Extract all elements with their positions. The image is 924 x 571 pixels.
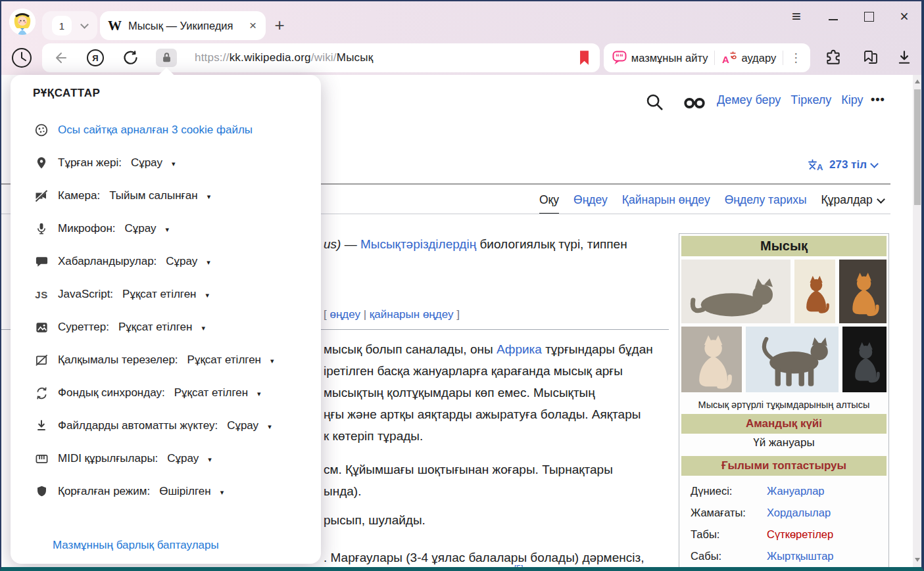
browser-window: 1 W Мысық — Уикипедия × + ≡ × (0, 0, 924, 571)
article-tabs: Оқу Өңдеу Қайнарын өңдеу Өңделу тарихы Қ… (539, 193, 884, 214)
profile-avatar[interactable] (9, 9, 36, 35)
cat-infobox: Мысық Мысық әртүрлі тұқымдарының алтысы … (679, 233, 889, 567)
order-link[interactable]: Жыртқыштар (767, 550, 834, 562)
url-text[interactable]: https://kk.wikipedia.org/wiki/Мысық (195, 51, 373, 64)
tab-close-icon[interactable]: × (248, 18, 258, 33)
translate-button[interactable]: А аудару (721, 51, 776, 65)
cat-photo-tabby-lying[interactable] (681, 260, 790, 323)
taxonomy-row: Жамағаты: Хордалылар (681, 502, 887, 524)
permission-item-popups[interactable]: Қалқымалы терезелер: Рұқсат етілген ▾ (11, 344, 321, 377)
url-host: kk.wikipedia.org (230, 51, 311, 64)
svg-text:““: ““ (616, 53, 623, 62)
dropdown-caret-icon: ▾ (207, 193, 211, 201)
permission-item-background-sync[interactable]: Фондық синхрондау: Рұқсат етілген ▾ (11, 377, 321, 409)
scroll-down-arrow-icon[interactable] (915, 558, 920, 562)
phylum-link[interactable]: Хордалылар (767, 507, 831, 519)
kingdom-link[interactable]: Жануарлар (767, 485, 825, 497)
yandex-button-icon[interactable]: Я (86, 49, 105, 67)
tab-read[interactable]: Оқу (539, 193, 559, 214)
location-icon (33, 155, 50, 171)
tab-title: Мысық — Уикипедия (128, 20, 241, 32)
cat-photo-gray[interactable] (842, 327, 887, 392)
login-link[interactable]: Кіру (841, 93, 863, 107)
address-bar[interactable]: Я https://kk.wikipedia.org/wiki/Мысық (42, 43, 600, 72)
reference-link[interactable]: [5] (514, 564, 523, 567)
window-menu-button[interactable]: ≡ (785, 7, 808, 26)
svg-text:A: A (817, 162, 823, 171)
permission-item-location[interactable]: Тұрған жері: Сұрау ▾ (11, 147, 321, 179)
auto-download-icon (33, 418, 50, 434)
wikipedia-favicon: W (108, 18, 122, 34)
dropdown-caret-icon: ▾ (207, 258, 210, 267)
window-maximize-button[interactable] (858, 7, 880, 26)
permission-item-auto-download[interactable]: Файлдарды автоматты жүктеу: Сұрау ▾ (11, 409, 321, 442)
permission-item-camera[interactable]: Камера: Тыйым салынған ▾ (11, 179, 321, 212)
article-line: мысықтың қолтұқымдары көп емес. Мысықтың (324, 386, 595, 400)
collections-button[interactable] (860, 47, 879, 67)
tab-history[interactable]: Өңделу тарихы (725, 193, 807, 213)
tab-tools[interactable]: Құралдар (821, 193, 884, 213)
edit-source-section-link[interactable]: қайнарын өңдеу (370, 308, 454, 321)
background-sync-icon (33, 385, 50, 401)
permission-item-javascript[interactable]: JS JavaScript: Рұқсат етілген ▾ (11, 278, 321, 311)
url-page: Мысық (337, 51, 374, 64)
felidae-link[interactable]: Мысықтәрізділердің (360, 237, 476, 251)
bookmark-button[interactable] (579, 51, 589, 68)
permission-item-notifications[interactable]: Хабарландырулар: Сұрау ▾ (11, 245, 321, 278)
new-tab-button[interactable]: + (268, 12, 291, 38)
language-selector[interactable]: A 273 тіл (808, 158, 877, 171)
all-content-settings-link[interactable]: Мазмұнның барлық баптаулары (53, 539, 219, 551)
chevron-down-icon (877, 195, 885, 204)
javascript-icon: JS (33, 286, 50, 302)
scrollbar-thumb[interactable] (914, 89, 921, 205)
back-icon[interactable] (53, 50, 68, 66)
more-tools-icon[interactable]: ⋮ (790, 52, 802, 64)
active-tab[interactable]: W Мысық — Уикипедия × (100, 11, 266, 40)
more-options-icon[interactable]: ••• (871, 93, 885, 106)
window-minimize-button[interactable] (822, 7, 844, 26)
class-redlink[interactable]: Сүткөретілер (767, 528, 833, 541)
translate-label: аудару (741, 52, 776, 64)
chevron-down-icon (80, 20, 89, 29)
donate-link[interactable]: Демеу беру (717, 93, 781, 107)
cookies-link[interactable]: Осы сайтқа арналған 3 cookie файлы (58, 124, 253, 137)
permission-item-protected-mode[interactable]: Қорғалған режим: Өшірілген ▾ (11, 475, 321, 508)
permission-item-images[interactable]: Суреттер: Рұқсат етілген ▾ (11, 311, 321, 344)
tab-edit-source[interactable]: Қайнарын өңдеу (622, 193, 710, 213)
reload-icon[interactable] (122, 50, 138, 66)
dropdown-caret-icon: ▾ (268, 423, 272, 431)
site-security-button[interactable] (156, 49, 177, 67)
tab-edit[interactable]: Өңдеу (573, 193, 608, 213)
dropdown-caret-icon: ▾ (257, 390, 261, 398)
taxonomy-rank: Жамағаты: (681, 507, 767, 519)
appearance-glasses-icon[interactable] (683, 97, 706, 109)
history-button[interactable] (10, 46, 34, 70)
tab-group-pill[interactable]: 1 (42, 11, 97, 40)
cat-photo-tabby-snow[interactable] (746, 327, 839, 392)
puzzle-icon (825, 49, 842, 66)
collections-icon (861, 49, 879, 65)
scroll-up-arrow-icon[interactable] (915, 80, 920, 83)
binomial-name-fragment: us) (324, 237, 341, 251)
taxonomy-rank: Сабы: (681, 550, 767, 562)
infobox-caption: Мысық әртүрлі тұқымдарының алтысы (681, 400, 887, 410)
panel-title: РҰҚСАТТАР (33, 87, 321, 100)
cat-photo-siamese[interactable] (681, 327, 742, 392)
article-line: см. Құйымшағы шоқтығынан жоғары. Тырнақт… (324, 463, 613, 477)
edit-section-link[interactable]: өңдеу (329, 308, 360, 321)
popup-icon (33, 352, 50, 368)
read-aloud-button[interactable]: ““ мазмұнын айту (612, 51, 708, 65)
permission-item-microphone[interactable]: Микрофон: Сұрау ▾ (11, 212, 321, 245)
cat-photo-orange-white[interactable] (839, 260, 887, 323)
cookies-item[interactable]: Осы сайтқа арналған 3 cookie файлы (11, 114, 321, 147)
register-link[interactable]: Тіркелу (790, 93, 831, 107)
search-icon[interactable] (644, 92, 664, 112)
divider (783, 51, 783, 65)
downloads-button[interactable] (894, 47, 914, 67)
extensions-button[interactable] (823, 47, 843, 67)
microphone-icon (33, 221, 50, 237)
cat-photo-abyssinian[interactable] (794, 260, 835, 323)
africa-link[interactable]: Африка (497, 342, 542, 356)
window-close-button[interactable]: × (893, 7, 915, 26)
permission-item-midi[interactable]: MIDI құрылғылары: Сұрау ▾ (11, 442, 321, 475)
